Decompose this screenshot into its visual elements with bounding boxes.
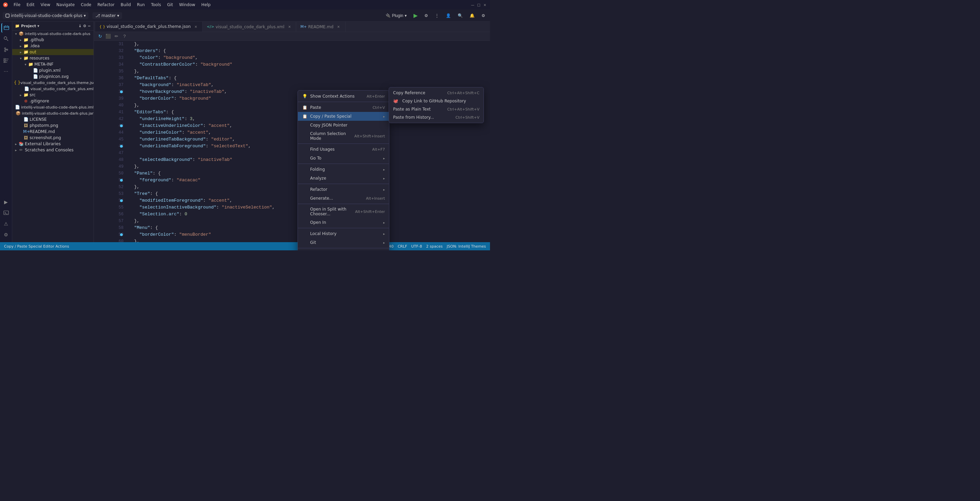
tree-item-jar[interactable]: ▸ 📦 intellij-visual-studio-code-dark-plu… bbox=[12, 110, 94, 116]
ctx-find-usages[interactable]: Find Usages Alt+F7 bbox=[298, 145, 389, 154]
ctx-show-context-actions[interactable]: 💡 Show Context Actions Alt+Enter bbox=[298, 92, 389, 101]
tree-item-scratches[interactable]: ▸ ✏ Scratches and Consoles bbox=[12, 147, 94, 153]
ctx-compare-clipboard[interactable]: ⊡ Compare with Clipboard bbox=[298, 249, 389, 250]
sub-copy-github[interactable]: 🐙 Copy Link to GitHub Repository bbox=[389, 97, 484, 105]
tab-readme-close[interactable]: × bbox=[336, 24, 341, 29]
branch-switcher[interactable]: ⎇ master ▾ bbox=[92, 12, 122, 19]
more-options-button[interactable]: ⋮ bbox=[433, 12, 441, 19]
close-button[interactable]: × bbox=[482, 2, 487, 7]
menu-edit[interactable]: Edit bbox=[24, 2, 37, 8]
project-switcher[interactable]: intellij-visual-studio-code-dark-plus ▾ bbox=[3, 12, 88, 19]
ctx-analyze[interactable]: Analyze ▸ bbox=[298, 174, 389, 183]
code-editor[interactable]: 31 },32 "Borders": {33 "color": "backgro… bbox=[94, 41, 490, 242]
sub-paste-plain[interactable]: Paste as Plain Text Ctrl+Alt+Shift+V bbox=[389, 105, 484, 113]
tree-item-root[interactable]: ▾ 📦 intellij-visual-studio-code-dark-plu… bbox=[12, 30, 94, 37]
activity-settings3[interactable]: ⚙ bbox=[2, 230, 11, 239]
minimize-button[interactable]: — bbox=[470, 2, 475, 7]
tree-item-gitignore[interactable]: ▸ ⊗ .gitignore bbox=[12, 98, 94, 104]
tree-item-idea[interactable]: ▸ 📁 .idea bbox=[12, 43, 94, 49]
tree-item-screenshot[interactable]: ▸ 🖼 screenshot.png bbox=[12, 135, 94, 141]
menu-window[interactable]: Window bbox=[177, 2, 198, 8]
ctx-refactor[interactable]: Refactor ▸ bbox=[298, 185, 389, 194]
search-button[interactable]: 🔍 bbox=[456, 12, 465, 19]
activity-find[interactable] bbox=[2, 34, 11, 43]
toolbar-reload-btn[interactable]: ↻ bbox=[97, 33, 103, 40]
menu-tools[interactable]: Tools bbox=[148, 2, 164, 8]
tab-theme-json-close[interactable]: × bbox=[194, 24, 198, 29]
ctx-generate[interactable]: Generate... Alt+Insert bbox=[298, 194, 389, 203]
panel-tool-1[interactable]: ↓ bbox=[78, 24, 82, 28]
toolbar-help-btn[interactable]: ? bbox=[121, 33, 128, 40]
activity-project[interactable] bbox=[2, 23, 11, 33]
tree-item-theme-json[interactable]: ▸ { } visual_studio_code_dark_plus.theme… bbox=[12, 80, 94, 86]
tree-item-github[interactable]: ▸ 📁 .github bbox=[12, 37, 94, 43]
tree-item-license[interactable]: ▸ 📄 LICENSE bbox=[12, 116, 94, 122]
menu-navigate[interactable]: Navigate bbox=[54, 2, 78, 8]
menu-build[interactable]: Build bbox=[118, 2, 134, 8]
tree-item-external[interactable]: ▸ 📚 External Libraries bbox=[12, 141, 94, 147]
status-encoding[interactable]: UTF-8 bbox=[410, 244, 423, 249]
activity-structure[interactable] bbox=[2, 56, 11, 65]
tab-visual-xml-close[interactable]: × bbox=[287, 24, 292, 29]
activity-run2[interactable]: ▶ bbox=[2, 197, 11, 207]
menu-refactor[interactable]: Refactor bbox=[94, 2, 117, 8]
gutter-dot-38 bbox=[120, 91, 123, 93]
tree-item-plugin-xml[interactable]: ▸ 📄 plugin.xml bbox=[12, 67, 94, 73]
plugin-button[interactable]: 🔌 Plugin ▾ bbox=[383, 12, 409, 19]
maximize-button[interactable]: □ bbox=[476, 2, 481, 7]
toolbar-stop-btn[interactable]: ⬛ bbox=[105, 33, 111, 40]
line-num-32: 32 bbox=[94, 48, 123, 54]
menu-run[interactable]: Run bbox=[134, 2, 148, 8]
svg-rect-10 bbox=[4, 60, 5, 61]
settings-button[interactable]: ⚙ bbox=[422, 12, 430, 19]
menu-help[interactable]: Help bbox=[199, 2, 213, 8]
code-line-50: 50 "Panel": { bbox=[94, 170, 490, 177]
window-controls: — □ × bbox=[470, 2, 487, 7]
sub-copy-reference[interactable]: Copy Reference Ctrl+Alt+Shift+C bbox=[389, 89, 484, 97]
ctx-open-split[interactable]: Open in Split with Chooser... Alt+Shift+… bbox=[298, 205, 389, 218]
status-copy-paste[interactable]: Copy / Paste Special Editor Actions bbox=[3, 244, 70, 249]
tree-item-metainf[interactable]: ▾ 📁 META-INF bbox=[12, 61, 94, 67]
tree-item-phpstorm[interactable]: ▸ 🖼 phpstorm.png bbox=[12, 122, 94, 129]
ctx-paste[interactable]: 📋 Paste Ctrl+V bbox=[298, 103, 389, 112]
activity-terminal[interactable] bbox=[2, 208, 11, 218]
menu-git[interactable]: Git bbox=[164, 2, 175, 8]
status-indent[interactable]: 2 spaces bbox=[425, 244, 444, 249]
line-content-32: "Borders": { bbox=[123, 48, 490, 54]
status-file-type[interactable]: JSON: IntelliJ Themes bbox=[445, 244, 487, 249]
settings2-button[interactable]: ⚙ bbox=[479, 12, 487, 19]
tree-item-plugin-svg[interactable]: ▸ 📄 pluginIcon.svg bbox=[12, 73, 94, 80]
notifications-button[interactable]: 🔔 bbox=[468, 12, 477, 19]
ctx-local-history[interactable]: Local History ▸ bbox=[298, 229, 389, 238]
code-line-54: 54 "modifiedItemForeground": "accent", bbox=[94, 197, 490, 204]
ctx-copy-paste-special[interactable]: 📋 Copy / Paste Special ▸ bbox=[298, 112, 389, 121]
menu-code[interactable]: Code bbox=[78, 2, 94, 8]
activity-more[interactable]: ··· bbox=[2, 67, 11, 76]
sub-paste-history[interactable]: Paste from History... Ctrl+Shift+V bbox=[389, 113, 484, 121]
tree-item-visual-xml[interactable]: ▸ 📄 visual_studio_code_dark_plus.xml bbox=[12, 86, 94, 92]
panel-minimize[interactable]: − bbox=[88, 24, 91, 28]
tree-item-resources[interactable]: ▾ 📁 resources bbox=[12, 55, 94, 61]
tab-theme-json[interactable]: { } visual_studio_code_dark_plus.theme.j… bbox=[95, 22, 203, 32]
user-button[interactable]: 👤 bbox=[444, 12, 453, 19]
tree-item-readme[interactable]: ▸ M+ README.md bbox=[12, 129, 94, 135]
ctx-folding[interactable]: Folding ▸ bbox=[298, 165, 389, 174]
status-line-endings[interactable]: CRLF bbox=[396, 244, 408, 249]
menu-file[interactable]: File bbox=[11, 2, 23, 8]
ctx-open-in[interactable]: Open In ▸ bbox=[298, 218, 389, 227]
panel-tool-2[interactable]: ⚙ bbox=[83, 24, 86, 28]
ctx-goto[interactable]: Go To ▸ bbox=[298, 154, 389, 162]
tree-item-out[interactable]: ▸ 📁 out bbox=[12, 49, 94, 55]
ctx-git[interactable]: Git ▸ bbox=[298, 238, 389, 247]
ctx-column-selection[interactable]: Column Selection Mode Alt+Shift+Insert bbox=[298, 130, 389, 143]
tree-item-src[interactable]: ▸ 📁 src bbox=[12, 92, 94, 98]
activity-issues[interactable]: ⚠ bbox=[2, 219, 11, 229]
tab-visual-xml[interactable]: </> visual_studio_code_dark_plus.xml × bbox=[203, 22, 296, 32]
activity-vcs[interactable] bbox=[2, 45, 11, 54]
tab-readme[interactable]: M+ README.md × bbox=[296, 22, 345, 32]
ctx-copy-json-pointer[interactable]: Copy JSON Pointer bbox=[298, 121, 389, 130]
menu-view[interactable]: View bbox=[38, 2, 53, 8]
toolbar-edit-btn[interactable]: ✏ bbox=[113, 33, 120, 40]
tree-item-iml[interactable]: ▸ 📄 intellij-visual-studio-code-dark-plu… bbox=[12, 104, 94, 110]
run-button[interactable]: ▶ bbox=[412, 11, 420, 20]
